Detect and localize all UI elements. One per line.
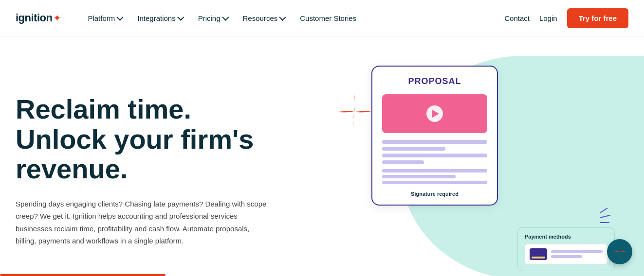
red-star-icon bbox=[337, 95, 371, 129]
star-chat-icon bbox=[613, 245, 626, 258]
nav-customer-stories[interactable]: Customer Stories bbox=[293, 10, 363, 26]
proposal-bottom-section bbox=[382, 169, 487, 184]
main-nav: ignition ✦ Platform Integrations Pricing… bbox=[0, 0, 644, 36]
contact-link[interactable]: Contact bbox=[504, 14, 530, 22]
logo[interactable]: ignition ✦ bbox=[16, 12, 61, 24]
svg-line-1 bbox=[600, 215, 610, 218]
payment-methods-card: Payment methods bbox=[517, 227, 615, 271]
payment-card-inner bbox=[525, 244, 607, 264]
hero-illustration: PROPOSAL Signature required bbox=[323, 36, 644, 276]
nav-integrations[interactable]: Integrations bbox=[130, 10, 189, 26]
logo-text: ignition bbox=[16, 12, 52, 24]
hero-subtext: Spending days engaging clients? Chasing … bbox=[16, 198, 269, 247]
proposal-card: PROPOSAL Signature required bbox=[371, 66, 498, 206]
nav-pricing[interactable]: Pricing bbox=[191, 10, 234, 26]
logo-star: ✦ bbox=[53, 13, 61, 23]
credit-card-icon bbox=[530, 248, 547, 260]
svg-line-0 bbox=[600, 208, 607, 213]
chat-float-button[interactable] bbox=[607, 239, 632, 264]
proposal-text-lines bbox=[382, 140, 487, 164]
play-button[interactable] bbox=[426, 105, 443, 122]
signature-required-text: Signature required bbox=[382, 191, 487, 197]
nav-resources[interactable]: Resources bbox=[236, 10, 292, 26]
play-triangle-icon bbox=[432, 110, 439, 118]
proposal-video-thumbnail bbox=[382, 94, 487, 133]
chevron-down-icon bbox=[117, 14, 124, 21]
hero-section: Reclaim time. Unlock your firm's revenue… bbox=[0, 36, 644, 276]
hero-headline: Reclaim time. Unlock your firm's revenue… bbox=[16, 94, 269, 184]
login-link[interactable]: Login bbox=[539, 14, 557, 22]
nav-right: Contact Login Try for free bbox=[504, 8, 628, 28]
proposal-title: PROPOSAL bbox=[382, 76, 487, 86]
chevron-down-icon bbox=[279, 14, 286, 21]
try-for-free-button[interactable]: Try for free bbox=[567, 8, 628, 28]
payment-card-title: Payment methods bbox=[525, 234, 607, 240]
chevron-down-icon bbox=[177, 14, 184, 21]
nav-platform[interactable]: Platform bbox=[81, 10, 129, 26]
hero-content: Reclaim time. Unlock your firm's revenue… bbox=[16, 94, 269, 247]
nav-links: Platform Integrations Pricing Resources … bbox=[81, 10, 504, 26]
bottom-progress-bar bbox=[0, 274, 166, 276]
chevron-down-icon bbox=[222, 14, 229, 21]
